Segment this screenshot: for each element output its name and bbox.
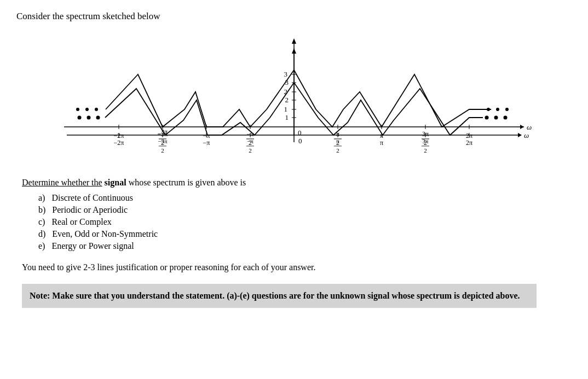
svg-text:−2π: −2π (114, 132, 124, 139)
svg-text:π: π (336, 130, 339, 138)
list-item: c) Real or Complex (38, 217, 537, 227)
question-list: a) Discrete of Continuous b) Periodic or… (38, 193, 537, 251)
page-title: Consider the spectrum sketched below (16, 11, 572, 22)
item-text-c: Real or Complex (51, 217, 111, 226)
determine-underline: Determine whether the (22, 178, 102, 187)
svg-marker-1 (520, 125, 524, 129)
list-item: b) Periodic or Aperiodic (38, 205, 537, 215)
svg-text:3π: 3π (422, 130, 429, 138)
list-item: d) Even, Odd or Non-Symmetric (38, 229, 537, 239)
note-box: Note: Make sure that you understand the … (22, 284, 537, 308)
svg-text:2: 2 (249, 139, 252, 147)
item-text-b: Periodic or Aperiodic (52, 205, 128, 214)
svg-text:π: π (380, 132, 383, 139)
svg-text:2: 2 (336, 139, 339, 147)
svg-text:2: 2 (424, 139, 427, 147)
item-text-e: Energy or Power signal (51, 241, 134, 250)
svg-point-41 (496, 108, 499, 111)
svg-text:2: 2 (284, 88, 288, 96)
svg-text:1: 1 (284, 105, 288, 113)
item-label-c: c) (38, 217, 45, 226)
svg-text:−π: −π (247, 130, 254, 138)
svg-marker-3 (292, 38, 296, 44)
svg-text:2π: 2π (466, 132, 472, 139)
svg-text:−π: −π (203, 132, 210, 139)
svg-text:0: 0 (298, 129, 302, 137)
list-item: e) Energy or Power signal (38, 241, 537, 251)
svg-point-37 (76, 108, 79, 111)
question-intro: Determine whether the signal whose spect… (22, 178, 537, 188)
question-intro-rest: whose spectrum is given above is (129, 178, 246, 187)
svg-text:3: 3 (284, 70, 288, 78)
item-label-e: e) (38, 241, 45, 250)
item-label-a: a) (38, 193, 45, 202)
item-label-b: b) (38, 205, 45, 214)
svg-point-39 (95, 108, 98, 111)
svg-text:−3π: −3π (158, 130, 168, 138)
svg-point-38 (85, 108, 89, 111)
question-section: Determine whether the signal whose spect… (16, 178, 542, 308)
svg-text:2: 2 (161, 139, 164, 147)
item-label-d: d) (38, 229, 45, 238)
justification-text: You need to give 2-3 lines justification… (22, 261, 537, 274)
list-item: a) Discrete of Continuous (38, 193, 537, 203)
svg-text:ω: ω (527, 123, 532, 131)
item-text-d: Even, Odd or Non-Symmetric (52, 229, 158, 238)
note-text: Note: Make sure that you understand the … (30, 291, 520, 300)
svg-point-42 (505, 108, 509, 111)
item-text-a: Discrete of Continuous (51, 193, 132, 202)
signal-bold: signal (105, 178, 126, 187)
spectrum-chart: 1 2 3 0 −2π −3π −3π 2 −π −π 2 π (48, 28, 540, 160)
